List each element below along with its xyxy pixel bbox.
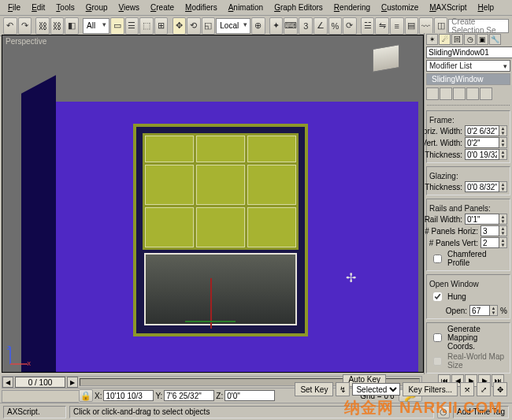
key-filter-dropdown[interactable]: Selected bbox=[352, 383, 400, 396]
chamfered-profile-checkbox[interactable] bbox=[433, 255, 442, 263]
time-prev-button[interactable]: ◀ bbox=[2, 377, 13, 388]
lock-selection-button[interactable]: 🔒 bbox=[79, 389, 93, 402]
y-input[interactable] bbox=[164, 390, 214, 401]
align-button[interactable]: ≡ bbox=[390, 17, 404, 35]
angle-snap-button[interactable]: ∠ bbox=[314, 17, 328, 35]
menu-animation[interactable]: Animation bbox=[224, 2, 268, 13]
rails-rollout: Rails and Panels: Rail Width: ▲▼ # Panel… bbox=[426, 199, 510, 271]
menu-views[interactable]: Views bbox=[114, 2, 145, 13]
maxscript-listener[interactable]: AXScript. bbox=[3, 406, 66, 418]
use-pivot-center-button[interactable]: ⊕ bbox=[251, 17, 265, 35]
nav-2-icon[interactable]: ⤢ bbox=[477, 382, 491, 396]
frame-thickness-input[interactable] bbox=[465, 149, 499, 160]
time-next-button[interactable]: ▶ bbox=[67, 377, 78, 388]
named-selection-input[interactable]: Create Selection Se bbox=[448, 19, 509, 33]
nav-1-icon[interactable]: ⤧ bbox=[460, 382, 474, 396]
menu-tools[interactable]: Tools bbox=[51, 2, 79, 13]
modifier-stack-item[interactable]: SlidingWindow bbox=[427, 74, 510, 84]
percent-snap-button[interactable]: % bbox=[328, 17, 343, 35]
make-unique-button[interactable] bbox=[453, 87, 466, 100]
sliding-window-object[interactable] bbox=[133, 124, 308, 336]
object-name-input[interactable] bbox=[426, 46, 512, 58]
menu-file[interactable]: File bbox=[3, 2, 25, 13]
ref-coord-dropdown[interactable]: Local bbox=[216, 18, 250, 34]
panels-vert-input[interactable] bbox=[480, 237, 499, 248]
hung-checkbox[interactable] bbox=[433, 292, 442, 301]
selection-filter-dropdown[interactable]: All bbox=[83, 18, 109, 34]
rail-width-input[interactable] bbox=[465, 214, 499, 225]
window-crossing-button[interactable]: ⊞ bbox=[154, 17, 169, 35]
display-tab-icon[interactable]: ▣ bbox=[477, 34, 488, 45]
schematic-view-button[interactable]: ◫ bbox=[434, 17, 448, 35]
pin-stack-button[interactable] bbox=[426, 87, 439, 100]
utilities-tab-icon[interactable]: 🔧 bbox=[489, 34, 501, 45]
link-button[interactable]: ⛓ bbox=[35, 17, 50, 35]
horiz-width-input[interactable] bbox=[465, 125, 499, 136]
unlink-button[interactable]: ⛓ bbox=[50, 17, 65, 35]
undo-button[interactable]: ↶ bbox=[3, 17, 17, 35]
time-slider-knob[interactable]: 0 / 100 bbox=[15, 377, 65, 388]
show-end-result-button[interactable] bbox=[440, 87, 452, 100]
layer-manager-button[interactable]: ▤ bbox=[405, 17, 419, 35]
glazing-thickness-spinner[interactable]: ▲▼ bbox=[499, 181, 507, 192]
set-key-button[interactable]: Set Key bbox=[295, 382, 333, 396]
bind-button[interactable]: ◧ bbox=[65, 17, 79, 35]
create-tab-icon[interactable]: ✶ bbox=[426, 34, 438, 45]
window-upper-sash bbox=[143, 133, 299, 250]
menu-create[interactable]: Create bbox=[146, 2, 179, 13]
motion-tab-icon[interactable]: ◷ bbox=[464, 34, 476, 45]
select-and-manipulate-button[interactable]: ✦ bbox=[269, 17, 284, 35]
panels-vert-spinner[interactable]: ▲▼ bbox=[499, 237, 507, 248]
menu-customize[interactable]: Customize bbox=[377, 2, 423, 13]
hierarchy-tab-icon[interactable]: 回 bbox=[451, 34, 463, 45]
menu-modifiers[interactable]: Modifiers bbox=[180, 2, 222, 13]
keyboard-shortcut-button[interactable]: ⌨ bbox=[284, 17, 298, 35]
time-tag-icon[interactable]: ◷ bbox=[437, 406, 450, 418]
spinner-snap-button[interactable]: ⟳ bbox=[343, 17, 357, 35]
mirror-button[interactable]: ⇋ bbox=[375, 17, 389, 35]
z-input[interactable] bbox=[224, 390, 275, 401]
modifier-stack[interactable]: SlidingWindow bbox=[426, 73, 510, 85]
horiz-width-spinner[interactable]: ▲▼ bbox=[499, 125, 507, 136]
key-filters-button[interactable]: Key Filters... bbox=[403, 382, 458, 396]
menu-grapheditors[interactable]: Graph Editors bbox=[269, 2, 328, 13]
rail-width-spinner[interactable]: ▲▼ bbox=[499, 214, 507, 225]
menu-rendering[interactable]: Rendering bbox=[329, 2, 375, 13]
select-by-name-button[interactable]: ☰ bbox=[125, 17, 139, 35]
snap-toggle-button[interactable]: 3 bbox=[299, 17, 313, 35]
move-gizmo-x[interactable] bbox=[185, 321, 236, 322]
x-input[interactable] bbox=[103, 390, 154, 401]
modifier-list-dropdown[interactable]: Modifier List bbox=[426, 60, 510, 72]
panels-horiz-input[interactable] bbox=[480, 225, 499, 236]
named-sel-set-button[interactable]: ☱ bbox=[361, 17, 375, 35]
select-region-button[interactable]: ⬚ bbox=[139, 17, 154, 35]
glazing-thickness-input[interactable] bbox=[465, 181, 499, 192]
vert-width-input[interactable] bbox=[465, 137, 499, 148]
menu-maxscript[interactable]: MAXScript bbox=[425, 2, 471, 13]
frame-thickness-spinner[interactable]: ▲▼ bbox=[499, 149, 507, 160]
gen-mapping-checkbox[interactable] bbox=[433, 333, 442, 342]
open-percent-input[interactable] bbox=[469, 305, 490, 316]
open-label: Open: bbox=[446, 307, 467, 315]
add-time-tag-button[interactable]: Add Time Tag bbox=[453, 406, 509, 418]
key-mode-icon[interactable]: ↯ bbox=[336, 382, 350, 396]
nav-3-icon[interactable]: ✥ bbox=[493, 382, 507, 396]
panels-horiz-spinner[interactable]: ▲▼ bbox=[499, 225, 507, 236]
axis-tripod: zx bbox=[7, 344, 31, 367]
perspective-viewport[interactable]: Perspective ✢ zx bbox=[2, 35, 424, 373]
modify-tab-icon[interactable]: ☄ bbox=[439, 34, 451, 45]
curve-editor-button[interactable]: 〰 bbox=[419, 17, 433, 35]
menu-edit[interactable]: Edit bbox=[27, 2, 50, 13]
select-and-rotate-button[interactable]: ⟲ bbox=[187, 17, 201, 35]
remove-modifier-button[interactable] bbox=[466, 87, 479, 100]
menu-group[interactable]: Group bbox=[81, 2, 113, 13]
select-and-scale-button[interactable]: ◱ bbox=[202, 17, 216, 35]
vert-width-spinner[interactable]: ▲▼ bbox=[499, 137, 507, 148]
menu-help[interactable]: Help bbox=[473, 2, 499, 13]
select-object-button[interactable]: ▭ bbox=[110, 17, 124, 35]
command-panel: ✶ ☄ 回 ◷ ▣ 🔧 Modifier List SlidingWindow … bbox=[424, 33, 512, 374]
open-percent-spinner[interactable]: ▲▼ bbox=[490, 305, 498, 316]
select-and-move-button[interactable]: ✥ bbox=[173, 17, 187, 35]
redo-button[interactable]: ↷ bbox=[18, 17, 32, 35]
configure-sets-button[interactable] bbox=[480, 87, 492, 100]
